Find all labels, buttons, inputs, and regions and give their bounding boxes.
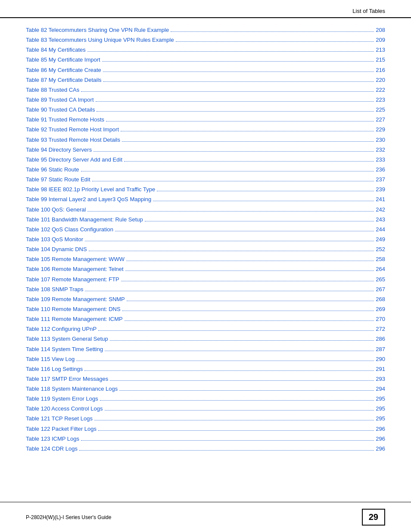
toc-link[interactable]: Table 84 My Certificates — [26, 46, 86, 54]
header-title: List of Tables — [352, 8, 385, 14]
toc-link[interactable]: Table 111 Remote Management: ICMP — [26, 315, 123, 324]
toc-link[interactable]: Table 85 My Certificate Import — [26, 56, 100, 64]
toc-entry: Table 97 Static Route Edit237 — [26, 175, 385, 184]
toc-dots — [110, 380, 374, 381]
toc-link[interactable]: Table 110 Remote Management: DNS — [26, 305, 121, 314]
toc-link[interactable]: Table 91 Trusted Remote Hosts — [26, 115, 104, 124]
toc-page: 290 — [376, 355, 385, 364]
toc-entry: Table 92 Trusted Remote Host Import229 — [26, 125, 385, 134]
toc-page: 237 — [376, 175, 385, 184]
toc-entry: Table 105 Remote Management: WWW258 — [26, 255, 385, 264]
toc-page: 216 — [376, 66, 385, 75]
toc-link[interactable]: Table 105 Remote Management: WWW — [26, 255, 125, 264]
toc-link[interactable]: Table 114 System Time Setting — [26, 345, 103, 354]
toc-page: 294 — [376, 385, 385, 393]
toc-link[interactable]: Table 121 TCP Reset Logs — [26, 414, 93, 423]
toc-dots — [176, 41, 374, 42]
toc-dots — [145, 221, 374, 221]
toc-entry: Table 87 My Certificate Details220 — [26, 76, 385, 84]
toc-link[interactable]: Table 96 Static Route — [26, 165, 79, 174]
page-footer: P-2802H(W)(L)-I Series User's Guide 29 — [0, 502, 411, 532]
toc-dots — [103, 72, 374, 72]
toc-dots — [79, 450, 374, 451]
toc-dots — [81, 440, 374, 441]
toc-dots — [102, 61, 374, 62]
toc-entry: Table 89 Trusted CA Import223 — [26, 96, 385, 104]
toc-dots — [122, 141, 374, 142]
toc-dots — [98, 430, 374, 431]
toc-page: 233 — [376, 156, 385, 164]
toc-link[interactable]: Table 120 Access Control Logs — [26, 404, 103, 413]
toc-link[interactable]: Table 83 Telecommuters Using Unique VPN … — [26, 36, 174, 44]
toc-dots — [110, 340, 374, 341]
toc-page: 229 — [376, 125, 385, 134]
toc-entry: Table 120 Access Control Logs295 — [26, 404, 385, 413]
toc-link[interactable]: Table 104 Dynamic DNS — [26, 245, 87, 254]
toc-link[interactable]: Table 95 Directory Server Add and Edit — [26, 156, 122, 164]
toc-link[interactable]: Table 88 Trusted CAs — [26, 86, 79, 94]
toc-page: 213 — [376, 46, 385, 54]
toc-link[interactable]: Table 89 Trusted CA Import — [26, 96, 94, 104]
toc-link[interactable]: Table 109 Remote Management: SNMP — [26, 295, 125, 304]
toc-page: 223 — [376, 96, 385, 104]
toc-link[interactable]: Table 82 Telecommuters Sharing One VPN R… — [26, 26, 169, 34]
toc-link[interactable]: Table 107 Remote Management: FTP — [26, 275, 119, 284]
toc-entry: Table 116 Log Settings291 — [26, 365, 385, 373]
toc-link[interactable]: Table 117 SMTP Error Messages — [26, 375, 108, 383]
toc-link[interactable]: Table 99 Internal Layer2 and Layer3 QoS … — [26, 195, 151, 204]
toc-entry: Table 112 Configuring UPnP272 — [26, 325, 385, 333]
toc-page: 215 — [376, 56, 385, 64]
toc-link[interactable]: Table 122 Packet Filter Logs — [26, 425, 97, 433]
toc-entry: Table 99 Internal Layer2 and Layer3 QoS … — [26, 195, 385, 204]
toc-link[interactable]: Table 86 My Certificate Create — [26, 66, 101, 75]
toc-link[interactable]: Table 112 Configuring UPnP — [26, 325, 97, 333]
toc-link[interactable]: Table 103 QoS Monitor — [26, 235, 83, 244]
toc-link[interactable]: Table 93 Trusted Remote Host Details — [26, 136, 120, 144]
toc-entry: Table 100 QoS: General242 — [26, 205, 385, 214]
toc-link[interactable]: Table 97 Static Route Edit — [26, 175, 90, 184]
toc-dots — [115, 231, 374, 231]
toc-entry: Table 124 CDR Logs296 — [26, 445, 385, 453]
toc-page: 272 — [376, 325, 385, 333]
toc-link[interactable]: Table 108 SNMP Traps — [26, 285, 83, 294]
toc-link[interactable]: Table 123 ICMP Logs — [26, 435, 79, 443]
toc-link[interactable]: Table 98 IEEE 802.1p Priority Level and … — [26, 185, 155, 194]
toc-link[interactable]: Table 87 My Certificate Details — [26, 76, 102, 84]
toc-link[interactable]: Table 102 QoS Class Configuration — [26, 225, 113, 234]
toc-dots — [81, 171, 374, 171]
toc-entry: Table 82 Telecommuters Sharing One VPN R… — [26, 26, 385, 34]
toc-link[interactable]: Table 94 Directory Servers — [26, 146, 92, 154]
toc-page: 252 — [376, 245, 385, 254]
toc-entry: Table 95 Directory Server Add and Edit23… — [26, 156, 385, 164]
toc-page: 295 — [376, 414, 385, 423]
toc-link[interactable]: Table 113 System General Setup — [26, 335, 108, 343]
toc-page: 287 — [376, 345, 385, 354]
toc-dots — [93, 151, 374, 152]
toc-entry: Table 93 Trusted Remote Host Details230 — [26, 136, 385, 144]
toc-link[interactable]: Table 106 Remote Management: Telnet — [26, 265, 124, 274]
toc-dots — [105, 410, 374, 411]
toc-link[interactable]: Table 115 View Log — [26, 355, 75, 364]
toc-link[interactable]: Table 116 Log Settings — [26, 365, 83, 373]
toc-page: 242 — [376, 205, 385, 214]
toc-entry: Table 102 QoS Class Configuration244 — [26, 225, 385, 234]
toc-dots — [84, 370, 374, 371]
toc-link[interactable]: Table 100 QoS: General — [26, 205, 86, 214]
toc-entry: Table 111 Remote Management: ICMP270 — [26, 315, 385, 324]
toc-content: Table 82 Telecommuters Sharing One VPN R… — [26, 26, 385, 498]
toc-link[interactable]: Table 119 System Error Logs — [26, 395, 98, 403]
toc-link[interactable]: Table 124 CDR Logs — [26, 445, 78, 453]
toc-dots — [153, 201, 374, 201]
toc-entry: Table 83 Telecommuters Using Unique VPN … — [26, 36, 385, 44]
toc-dots — [85, 241, 374, 241]
toc-entry: Table 121 TCP Reset Logs295 — [26, 414, 385, 423]
toc-entry: Table 107 Remote Management: FTP265 — [26, 275, 385, 284]
toc-page: 222 — [376, 86, 385, 94]
toc-link[interactable]: Table 90 Trusted CA Details — [26, 106, 95, 114]
toc-link[interactable]: Table 92 Trusted Remote Host Import — [26, 125, 119, 134]
toc-dots — [94, 420, 374, 420]
toc-link[interactable]: Table 118 System Maintenance Logs — [26, 385, 118, 393]
toc-page: 232 — [376, 146, 385, 154]
toc-link[interactable]: Table 101 Bandwidth Management: Rule Set… — [26, 215, 143, 224]
toc-dots — [171, 31, 374, 32]
